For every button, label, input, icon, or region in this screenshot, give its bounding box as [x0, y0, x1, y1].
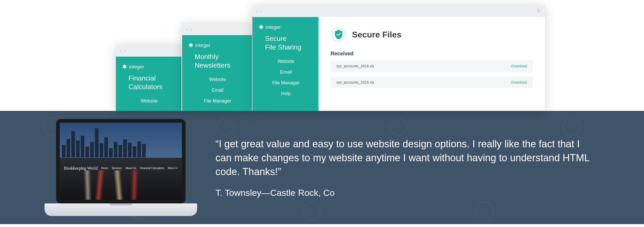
testimonial-attribution: T. Townsley—Castle Rock, Co — [215, 188, 596, 198]
file-row: xyz_accounts_2016.xls Download — [331, 77, 533, 88]
sidebar-title: Secure File Sharing — [259, 34, 313, 51]
brand: ✱ integer — [188, 42, 247, 49]
nav-home[interactable]: Home — [101, 167, 108, 170]
nav-about-us[interactable]: About Us — [126, 167, 136, 170]
testimonial-quote: “I get great value and easy to use websi… — [215, 137, 596, 179]
website-brand: Bookkeeping World — [64, 166, 98, 171]
sidebar-item-email[interactable]: Email — [259, 67, 313, 78]
laptop-notch — [109, 203, 132, 206]
browser-window-financial-calculators: ‹ › ✱ integer Financial Calculators Webs… — [116, 45, 181, 111]
forward-icon[interactable]: › — [124, 48, 126, 54]
main-panel: Secure Files Received xyz_accounts_2016.… — [318, 17, 545, 111]
brand: ✱ integer — [259, 24, 313, 31]
sidebar-item-website[interactable]: Website — [188, 74, 247, 85]
file-name: xyz_accounts_2016.xls — [336, 80, 374, 84]
sidebar-item-website[interactable]: Website — [122, 96, 176, 106]
section-label-received: Received — [331, 51, 533, 57]
snowflake-icon: ✱ — [122, 63, 127, 70]
sidebar-title: Financial Calculators — [122, 74, 176, 91]
forward-icon[interactable]: › — [261, 8, 262, 14]
nav-more[interactable]: More >> — [168, 167, 178, 170]
back-icon[interactable]: ‹ — [120, 48, 121, 54]
shield-icon — [331, 26, 347, 43]
sidebar-title: Monthly Newsletters — [188, 52, 247, 69]
sidebar-item-file-manager[interactable]: File Manager — [188, 96, 247, 106]
download-link[interactable]: Download — [511, 80, 527, 84]
city-skyline — [60, 127, 182, 158]
brand-text: integer — [266, 24, 281, 30]
page-title: Secure Files — [352, 30, 402, 40]
snowflake-icon: ✱ — [188, 42, 193, 49]
sidebar-item-email[interactable]: Email — [188, 85, 247, 96]
page-header: Secure Files — [331, 26, 533, 43]
file-row: xyz_accounts_2016.xls Download — [331, 60, 533, 72]
laptop-bezel: Bookkeeping World Home Services About Us… — [56, 119, 186, 203]
refresh-icon[interactable]: ↻ — [537, 8, 541, 14]
titlebar: ‹ › — [116, 45, 181, 57]
back-icon[interactable]: ‹ — [256, 8, 258, 14]
titlebar: ‹ › — [182, 23, 252, 35]
titlebar: ‹ › ↻ — [252, 5, 545, 17]
sidebar: ✱ integer Monthly Newsletters Website Em… — [182, 35, 252, 111]
brand-text: integer — [195, 42, 210, 48]
laptop-display: Bookkeeping World Home Services About Us… — [60, 123, 182, 200]
forward-icon[interactable]: › — [190, 26, 192, 32]
sidebar: ✱ integer Secure File Sharing Website Em… — [252, 17, 318, 111]
testimonial-band: Bookkeeping World Home Services About Us… — [0, 111, 644, 224]
browser-window-monthly-newsletters: ‹ › ✱ integer Monthly Newsletters Websit… — [182, 23, 252, 111]
sidebar: ✱ integer Financial Calculators Website — [116, 57, 181, 111]
light-streaks — [60, 170, 182, 200]
snowflake-icon: ✱ — [259, 24, 263, 31]
website-nav: Home Services About Us Financial Calcula… — [101, 167, 178, 170]
sidebar-item-help[interactable]: Help — [259, 88, 313, 99]
stacked-windows-area: ‹ › ✱ integer Financial Calculators Webs… — [0, 0, 644, 111]
sidebar-item-file-manager[interactable]: File Manager — [259, 78, 313, 88]
brand: ✱ integer — [122, 63, 176, 70]
nav-financial-calculators[interactable]: Financial Calculators — [140, 167, 164, 170]
laptop-illustration: Bookkeeping World Home Services About Us… — [45, 119, 197, 216]
download-link[interactable]: Download — [511, 64, 527, 68]
browser-window-secure-files: ‹ › ↻ ✱ integer Secure File Sharing Webs… — [252, 5, 545, 111]
brand-text: integer — [129, 64, 144, 70]
testimonial-quote-block: “I get great value and easy to use websi… — [215, 137, 596, 198]
nav-services[interactable]: Services — [112, 167, 122, 170]
file-name: xyz_accounts_2016.xls — [336, 64, 374, 68]
back-icon[interactable]: ‹ — [186, 26, 188, 32]
sidebar-item-website[interactable]: Website — [259, 56, 313, 67]
